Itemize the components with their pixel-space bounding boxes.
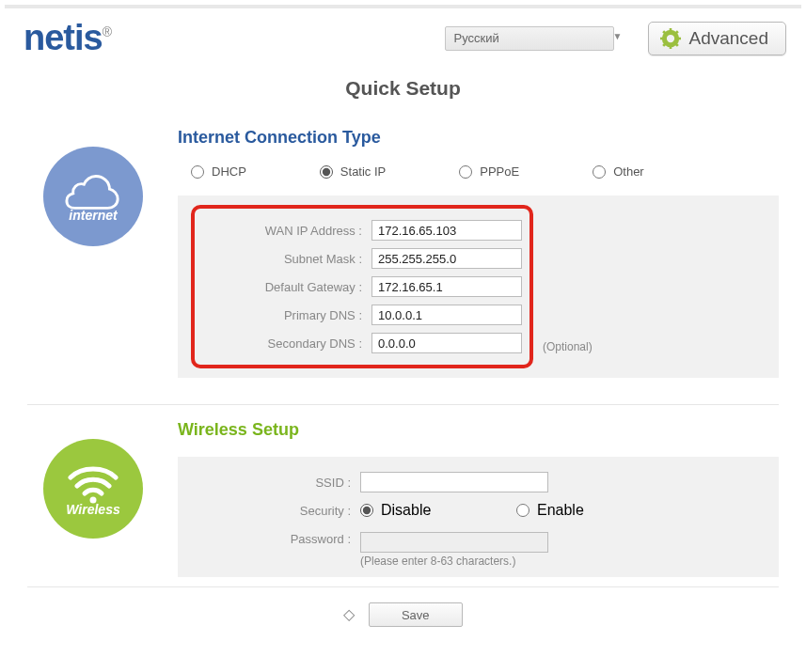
radio-security-disable[interactable]: Disable — [360, 502, 507, 519]
label-secondary-dns: Secondary DNS : — [202, 336, 362, 351]
brand-logo: netis® — [24, 18, 111, 58]
radio-security-enable[interactable]: Enable — [516, 502, 663, 519]
gear-icon — [660, 28, 681, 49]
wifi-icon — [65, 461, 121, 506]
secondary-dns-input[interactable] — [371, 333, 522, 353]
label-wan-ip: WAN IP Address : — [202, 224, 362, 238]
static-ip-highlight: WAN IP Address : Subnet Mask : Default G… — [191, 205, 533, 368]
advanced-button[interactable]: Advanced — [648, 22, 786, 55]
svg-rect-4 — [660, 37, 664, 39]
diamond-icon: ◇ — [343, 606, 355, 622]
ssid-input[interactable] — [360, 472, 548, 492]
svg-rect-5 — [678, 37, 682, 39]
label-security: Security : — [191, 504, 351, 518]
radio-static-ip[interactable]: Static IP — [320, 164, 386, 179]
radio-dhcp[interactable]: DHCP — [191, 164, 246, 179]
wan-ip-input[interactable] — [371, 220, 522, 241]
wireless-badge: Wireless — [43, 439, 143, 539]
language-dropdown[interactable]: Русский — [445, 26, 614, 51]
default-gateway-input[interactable] — [371, 276, 522, 297]
svg-point-1 — [667, 34, 674, 41]
cloud-icon — [64, 170, 122, 211]
internet-badge: internet — [43, 147, 143, 246]
label-gateway: Default Gateway : — [202, 280, 362, 294]
password-input — [360, 532, 548, 553]
svg-rect-3 — [670, 45, 672, 49]
radio-pppoe[interactable]: PPPoE — [459, 164, 519, 179]
password-hint: (Please enter 8-63 characters.) — [360, 555, 548, 568]
connection-type-radios: DHCP Static IP PPPoE Other — [178, 164, 779, 195]
internet-section-title: Internet Connection Type — [178, 128, 779, 148]
svg-rect-2 — [670, 28, 672, 32]
optional-note: (Optional) — [543, 340, 593, 353]
wireless-section-title: Wireless Setup — [178, 420, 779, 440]
label-subnet: Subnet Mask : — [202, 252, 362, 266]
save-button[interactable]: Save — [369, 602, 463, 627]
page-title: Quick Setup — [5, 77, 801, 100]
subnet-mask-input[interactable] — [371, 248, 522, 269]
radio-other[interactable]: Other — [593, 164, 644, 179]
label-ssid: SSID : — [191, 476, 351, 490]
label-password: Password : — [191, 532, 351, 546]
label-primary-dns: Primary DNS : — [202, 308, 362, 322]
primary-dns-input[interactable] — [371, 305, 522, 325]
